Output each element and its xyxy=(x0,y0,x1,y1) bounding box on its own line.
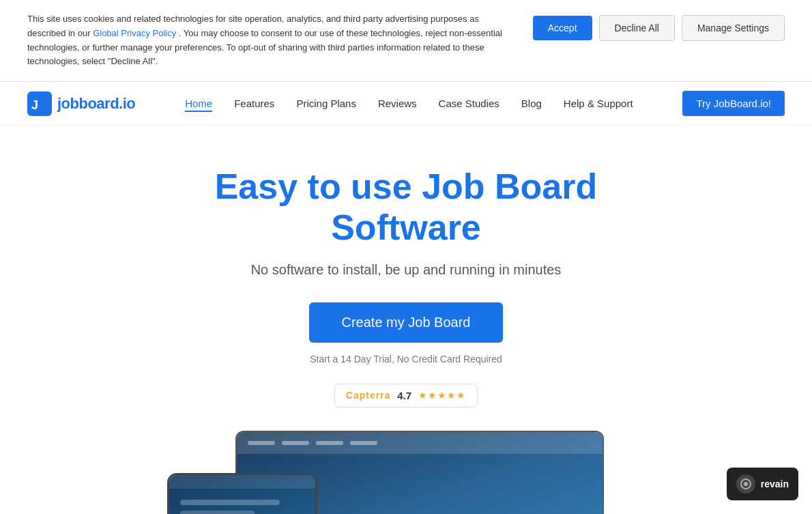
revain-icon xyxy=(736,474,755,494)
navbar: J jobboard.io Home Features Pricing Plan… xyxy=(0,82,812,126)
hero-devices: Find Your Houston Job Today! xyxy=(167,432,645,514)
svg-text:J: J xyxy=(31,98,38,112)
nav-pricing-plans[interactable]: Pricing Plans xyxy=(296,98,356,109)
cookie-banner: This site uses cookies and related techn… xyxy=(0,0,812,82)
create-job-board-button[interactable]: Create my Job Board xyxy=(309,302,504,343)
logo-text: jobboard.io xyxy=(57,95,135,113)
try-jobboard-button[interactable]: Try JobBoard.io! xyxy=(682,91,785,116)
nav-features[interactable]: Features xyxy=(234,98,274,109)
accept-button[interactable]: Accept xyxy=(533,16,592,40)
hero-title: Easy to use Job Board Software xyxy=(147,167,665,248)
privacy-policy-link[interactable]: Global Privacy Policy xyxy=(93,28,176,38)
nav-dot-4 xyxy=(350,441,377,445)
cookie-buttons: Accept Decline All Manage Settings xyxy=(533,12,785,41)
decline-button[interactable]: Decline All xyxy=(599,15,675,41)
hero-section: Easy to use Job Board Software No softwa… xyxy=(0,126,812,514)
hero-subtitle: No software to install, be up and runnin… xyxy=(251,262,562,278)
revain-logo-icon xyxy=(740,478,752,490)
logo[interactable]: J jobboard.io xyxy=(27,91,135,116)
device-screen-text: Find Your Houston Job Today! xyxy=(317,509,522,514)
nav-case-studies[interactable]: Case Studies xyxy=(439,98,499,109)
capterra-badge: Capterra 4.7 ★★★★★ xyxy=(334,384,478,408)
nav-dot-2 xyxy=(282,441,309,445)
hero-trial-note: Start a 14 Day Trial, No Credit Card Req… xyxy=(310,354,502,365)
nav-help-support[interactable]: Help & Support xyxy=(564,98,633,109)
logo-icon: J xyxy=(27,91,52,116)
capterra-stars: ★★★★★ xyxy=(418,390,466,401)
nav-dot-1 xyxy=(248,441,275,445)
device-header xyxy=(237,432,603,454)
revain-label: revain xyxy=(761,479,789,489)
nav-dot-3 xyxy=(316,441,343,445)
capterra-rating: 4.7 xyxy=(397,390,411,401)
svg-point-3 xyxy=(744,482,748,486)
capterra-logo-text: Capterra xyxy=(346,390,391,401)
nav-links: Home Features Pricing Plans Reviews Case… xyxy=(185,98,633,110)
cookie-text: This site uses cookies and related techn… xyxy=(27,12,519,69)
nav-reviews[interactable]: Reviews xyxy=(378,98,417,109)
nav-blog[interactable]: Blog xyxy=(521,98,542,109)
nav-home[interactable]: Home xyxy=(185,98,212,112)
tablet-mockup xyxy=(167,473,317,514)
tablet-screen xyxy=(169,475,315,514)
revain-badge[interactable]: revain xyxy=(727,468,798,500)
manage-settings-button[interactable]: Manage Settings xyxy=(682,15,785,41)
